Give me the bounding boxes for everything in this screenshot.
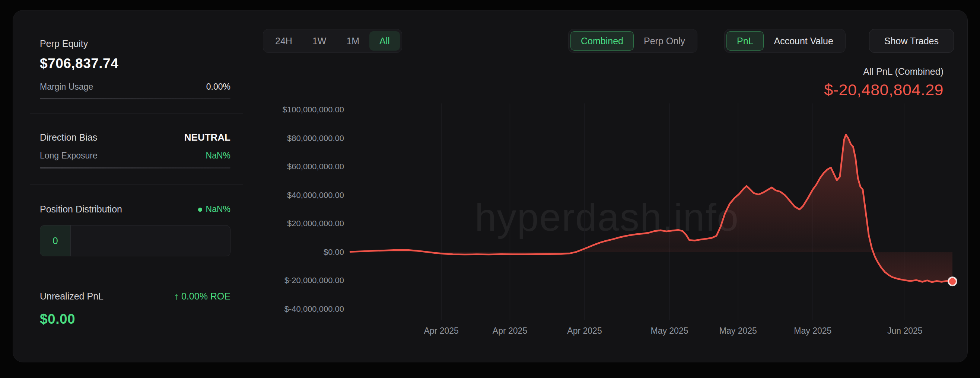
x-axis-tick-label: May 2025 <box>651 326 688 336</box>
x-axis-tick-label: May 2025 <box>719 326 757 336</box>
chart-total-pnl-value: $-20,480,804.29 <box>824 81 943 99</box>
long-exposure-value: NaN% <box>206 151 231 161</box>
long-exposure-bar <box>40 167 231 168</box>
last-point-marker <box>948 277 956 285</box>
unrealized-pnl-value: $0.00 <box>40 311 75 327</box>
divider <box>30 113 243 113</box>
pnl-area-fill <box>350 135 953 282</box>
unrealized-roe: ↑ 0.00% ROE <box>174 291 231 302</box>
x-axis-tick-label: Apr 2025 <box>493 326 527 336</box>
range-all-button[interactable]: All <box>369 31 400 51</box>
dashboard-card: Perp Equity $706,837.74 Margin Usage 0.0… <box>13 10 968 362</box>
distribution-segment: 0 <box>40 226 71 256</box>
y-axis-tick-label: $0.00 <box>324 247 344 257</box>
perp-equity-label: Perp Equity <box>40 38 88 49</box>
position-distribution-label: Position Distribution <box>40 204 122 215</box>
position-distribution-box: 0 <box>40 225 231 256</box>
perp-equity-value: $706,837.74 <box>40 56 118 71</box>
range-24h-button[interactable]: 24H <box>265 31 302 51</box>
direction-bias-label: Direction Bias <box>40 132 97 143</box>
divider <box>30 184 243 185</box>
x-axis-tick-label: Apr 2025 <box>567 326 602 336</box>
show-trades-button[interactable]: Show Trades <box>869 29 954 53</box>
x-axis-tick-label: Apr 2025 <box>424 326 458 336</box>
y-axis-tick-label: $-40,000,000.00 <box>285 304 344 314</box>
x-axis-labels: Apr 2025Apr 2025Apr 2025May 2025May 2025… <box>350 326 953 338</box>
y-axis-labels: $100,000,000.00$80,000,000.00$60,000,000… <box>266 103 344 320</box>
y-axis-tick-label: $80,000,000.00 <box>287 133 344 144</box>
chart-title: All PnL (Combined) <box>824 66 943 77</box>
y-axis-tick-label: $100,000,000.00 <box>283 105 344 115</box>
chart-header: All PnL (Combined) $-20,480,804.29 <box>824 66 943 99</box>
source-toggle-group: Combined Perp Only <box>568 29 697 53</box>
position-distribution-value: NaN% <box>198 204 231 214</box>
arrow-up-icon: ↑ <box>174 291 179 301</box>
green-dot-icon <box>198 208 202 212</box>
pnl-toggle-button[interactable]: PnL <box>726 31 764 51</box>
direction-bias-value: NEUTRAL <box>184 132 231 143</box>
pnl-chart[interactable] <box>350 103 953 320</box>
time-range-group: 24H 1W 1M All <box>263 29 402 53</box>
range-1m-button[interactable]: 1M <box>336 31 369 51</box>
y-axis-tick-label: $40,000,000.00 <box>287 190 344 200</box>
y-axis-tick-label: $60,000,000.00 <box>287 162 344 172</box>
x-axis-tick-label: Jun 2025 <box>887 326 923 336</box>
long-exposure-label: Long Exposure <box>40 151 97 161</box>
metric-toggle-group: PnL Account Value <box>724 29 846 53</box>
pnl-chart-svg[interactable] <box>350 103 953 320</box>
y-axis-tick-label: $20,000,000.00 <box>287 218 344 229</box>
perp-only-toggle-button[interactable]: Perp Only <box>634 31 695 51</box>
margin-usage-bar <box>40 98 231 99</box>
margin-usage-label: Margin Usage <box>40 82 93 92</box>
margin-usage-value: 0.00% <box>206 82 231 92</box>
y-axis-tick-label: $-20,000,000.00 <box>285 275 344 286</box>
x-axis-tick-label: May 2025 <box>794 326 831 336</box>
combined-toggle-button[interactable]: Combined <box>570 31 634 51</box>
unrealized-pnl-label: Unrealized PnL <box>40 291 103 302</box>
range-1w-button[interactable]: 1W <box>302 31 337 51</box>
account-value-toggle-button[interactable]: Account Value <box>764 31 843 51</box>
